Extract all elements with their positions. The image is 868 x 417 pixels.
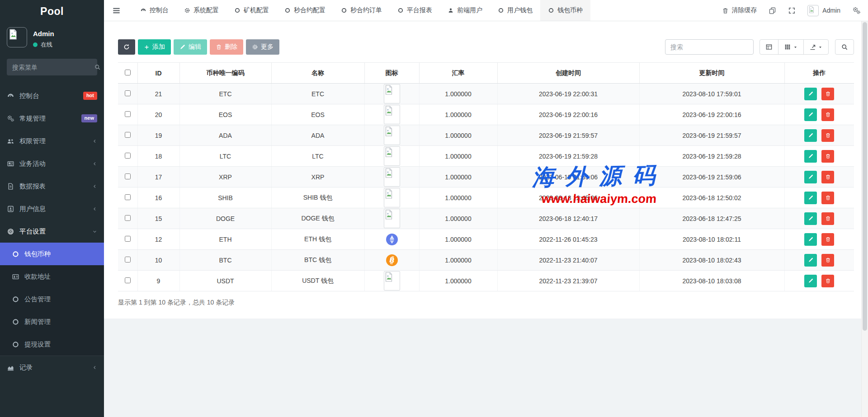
sidebar-item-label: 权限管理	[19, 137, 46, 145]
user-menu[interactable]: Admin	[807, 5, 840, 16]
pencil-icon	[808, 112, 814, 117]
select-all-checkbox[interactable]	[125, 70, 131, 75]
delete-button[interactable]	[821, 129, 834, 142]
circle-icon	[12, 295, 19, 303]
delete-button[interactable]	[821, 171, 834, 183]
pencil-icon	[808, 132, 814, 138]
row-checkbox[interactable]	[125, 153, 131, 159]
broken-image-icon	[384, 84, 393, 95]
delete-button[interactable]: 删除	[210, 39, 243, 55]
edit-button[interactable]	[804, 212, 817, 225]
search-icon[interactable]	[94, 64, 101, 70]
columns-button[interactable]	[778, 39, 804, 55]
delete-button[interactable]	[821, 108, 834, 121]
coin-image-placeholder	[384, 188, 400, 207]
tab-0[interactable]: 控制台	[132, 0, 176, 21]
sidebar-subitem-6-4[interactable]: 提现设置	[0, 333, 104, 356]
sidebar-subitem-6-2[interactable]: 公告管理	[0, 288, 104, 310]
gauge-icon	[7, 92, 14, 100]
edit-button[interactable]	[804, 275, 817, 287]
sidebar-item-1[interactable]: 常规管理new	[0, 107, 104, 130]
tab-6[interactable]: 前端用户	[440, 0, 490, 21]
sidebar-item-6[interactable]: 平台设置	[0, 220, 104, 243]
sidebar-toggle-button[interactable]	[104, 0, 129, 21]
clear-cache-button[interactable]: 清除缓存	[722, 6, 757, 14]
edit-button[interactable]	[804, 233, 817, 246]
cell-name: SHIB 钱包	[271, 187, 364, 208]
delete-button[interactable]	[821, 192, 834, 204]
sidebar-item-5[interactable]: 用户信息	[0, 197, 104, 220]
circle-icon	[397, 7, 404, 14]
sidebar-item-0[interactable]: 控制台hot	[0, 84, 104, 107]
row-checkbox[interactable]	[125, 111, 131, 117]
row-checkbox[interactable]	[125, 194, 131, 200]
tab-8[interactable]: 钱包币种	[540, 0, 590, 21]
sidebar-subitem-6-1[interactable]: 收款地址	[0, 265, 104, 288]
avatar	[7, 27, 27, 47]
vertical-scrollbar[interactable]	[861, 21, 868, 417]
sidebar-item-7[interactable]: 记录	[0, 356, 104, 379]
column-header: 币种唯一编码	[179, 63, 271, 84]
cell-id: 17	[137, 167, 179, 187]
delete-button[interactable]	[821, 254, 834, 267]
edit-button[interactable]	[804, 88, 817, 100]
tab-4[interactable]: 秒合约订单	[333, 0, 390, 21]
list-item: 常规管理new	[0, 107, 104, 130]
scrollbar-thumb[interactable]	[863, 22, 867, 331]
row-checkbox[interactable]	[125, 90, 131, 96]
refresh-button[interactable]	[118, 39, 135, 55]
btc-coin-icon	[386, 254, 398, 266]
table-search-input[interactable]	[665, 39, 754, 55]
tab-5[interactable]: 平台报表	[390, 0, 440, 21]
edit-button[interactable]	[804, 129, 817, 142]
tab-1[interactable]: 系统配置	[176, 0, 226, 21]
row-checkbox[interactable]	[125, 257, 131, 262]
edit-button[interactable]	[804, 171, 817, 183]
settings-gear-icon[interactable]	[852, 6, 861, 15]
row-checkbox[interactable]	[125, 132, 131, 138]
bullseye-icon	[7, 228, 14, 235]
cell-rate: 1.000000	[419, 208, 497, 229]
delete-button[interactable]	[821, 275, 834, 287]
cell-created: 2022-11-23 21:40:07	[497, 250, 639, 271]
fullscreen-icon[interactable]	[788, 7, 796, 14]
delete-button[interactable]	[821, 88, 834, 100]
trash-icon	[722, 7, 729, 14]
edit-button[interactable]	[804, 192, 817, 204]
more-button[interactable]: 更多	[246, 39, 279, 55]
add-button[interactable]: 添加	[138, 39, 171, 55]
edit-button[interactable]: 编辑	[174, 39, 207, 55]
delete-button[interactable]	[821, 233, 834, 246]
sidebar-item-4[interactable]: 数据报表	[0, 175, 104, 197]
delete-button[interactable]	[821, 150, 834, 163]
tab-7[interactable]: 用户钱包	[490, 0, 540, 21]
copy-icon[interactable]	[769, 7, 776, 14]
sidebar-subitem-6-3[interactable]: 新闻管理	[0, 310, 104, 333]
edit-button[interactable]	[804, 150, 817, 163]
row-checkbox[interactable]	[125, 277, 131, 283]
sidebar-subitem-6-0[interactable]: 钱包币种	[0, 243, 104, 265]
detail-view-button[interactable]	[760, 39, 778, 55]
row-checkbox[interactable]	[125, 236, 131, 242]
tab-3[interactable]: 秒合约配置	[277, 0, 333, 21]
chevron-left-icon	[92, 161, 97, 166]
cell-updated: 2023-06-18 12:50:02	[639, 187, 784, 208]
edit-button[interactable]	[804, 254, 817, 267]
edit-button[interactable]	[804, 108, 817, 121]
row-select-cell	[118, 104, 137, 125]
trash-icon	[825, 153, 831, 159]
export-button[interactable]	[803, 39, 829, 55]
search-toggle-button[interactable]	[835, 39, 854, 55]
sidebar-search	[7, 59, 97, 75]
tab-2[interactable]: 矿机配置	[226, 0, 277, 21]
row-checkbox[interactable]	[125, 215, 131, 221]
delete-button[interactable]	[821, 212, 834, 225]
sidebar-search-input[interactable]	[12, 64, 94, 71]
coin-image-placeholder	[384, 84, 400, 103]
list-item: 控制台hot	[0, 84, 104, 107]
sidebar-item-2[interactable]: 权限管理	[0, 130, 104, 152]
cell-created: 2022-11-26 01:45:23	[497, 229, 639, 250]
broken-image-icon	[384, 147, 393, 158]
row-checkbox[interactable]	[125, 173, 131, 179]
sidebar-item-3[interactable]: 业务活动	[0, 152, 104, 175]
